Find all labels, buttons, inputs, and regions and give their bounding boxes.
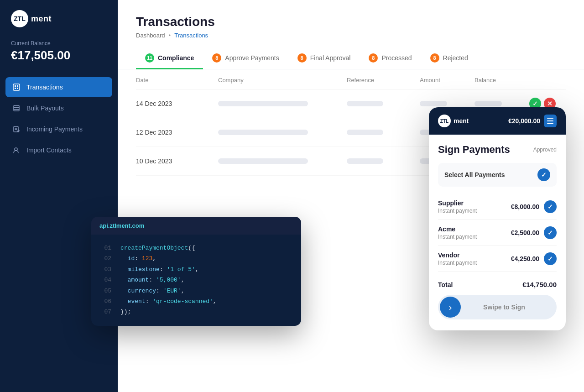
transactions-icon xyxy=(12,83,21,92)
payment-name: Acme xyxy=(438,225,477,233)
code-content: id: 123, xyxy=(120,253,156,264)
balance-label: Current Balance xyxy=(11,40,107,47)
table-header: Date Company Reference Amount Balance xyxy=(136,69,566,89)
row1-date: 14 Dec 2023 xyxy=(136,100,218,107)
sidebar-item-transactions[interactable]: Transactions xyxy=(5,77,112,97)
select-all-label: Select All Payments xyxy=(444,171,505,178)
line-num: 07 xyxy=(102,307,111,317)
sidebar-item-incoming-payments-label: Incoming Payments xyxy=(26,125,83,133)
sidebar-item-bulk-payouts-label: Bulk Payouts xyxy=(26,105,64,112)
payment-item-acme: Acme Instant payment €2,500.00 ✓ xyxy=(438,220,557,246)
payment-info: Supplier Instant payment xyxy=(438,199,477,214)
modal-logo-text: ment xyxy=(454,117,469,125)
line-num: 01 xyxy=(102,243,111,253)
payment-type: Instant payment xyxy=(438,260,477,266)
tab-final-label: Final Approval xyxy=(310,54,351,62)
payment-item-vendor: Vendor Instant payment €4,250.00 ✓ xyxy=(438,246,557,272)
total-amount: €14,750.00 xyxy=(522,281,557,288)
svg-rect-7 xyxy=(14,109,19,110)
select-all-checkbox[interactable]: ✓ xyxy=(537,168,550,181)
row1-reference xyxy=(347,101,420,106)
sidebar-item-incoming-payments[interactable]: Incoming Payments xyxy=(5,119,112,139)
payment-amount: €8,000.00 xyxy=(511,203,539,210)
select-all-row[interactable]: Select All Payments ✓ xyxy=(438,163,557,187)
svg-rect-0 xyxy=(13,84,20,90)
modal-balance: €20,000.00 xyxy=(508,115,557,127)
logo-icon: ZTL xyxy=(11,10,28,27)
payment-info: Vendor Instant payment xyxy=(438,251,477,266)
row1-balance xyxy=(474,101,529,106)
code-line: 03 milestone: '1 of 5', xyxy=(102,264,290,275)
swipe-container[interactable]: › Swipe to Sign xyxy=(438,295,557,319)
svg-rect-2 xyxy=(15,88,16,89)
hamburger-icon xyxy=(546,117,554,125)
payment-right: €8,000.00 ✓ xyxy=(511,200,557,213)
tab-approve-badge: 8 xyxy=(212,53,221,63)
total-row: Total €14,750.00 xyxy=(438,274,557,295)
modal-logo-icon: ZTL xyxy=(438,115,451,127)
mobile-modal: ZTL ment €20,000.00 Sign Payments Approv… xyxy=(429,107,566,330)
payment-right: €2,500.00 ✓ xyxy=(511,226,557,239)
sidebar-item-import-contacts[interactable]: Import Contacts xyxy=(5,140,112,160)
modal-menu-button[interactable] xyxy=(544,115,557,127)
line-num: 06 xyxy=(102,296,111,307)
breadcrumb-separator: • xyxy=(169,32,171,39)
sidebar-logo: ZTL ment xyxy=(0,0,118,40)
code-content: }); xyxy=(120,307,131,317)
code-line: 05 currency: 'EUR', xyxy=(102,286,290,296)
sidebar-item-import-contacts-label: Import Contacts xyxy=(26,146,72,154)
row2-date: 12 Dec 2023 xyxy=(136,129,218,136)
tab-processed-label: Processed xyxy=(381,54,412,62)
modal-title: Sign Payments xyxy=(438,144,510,156)
approved-badge: Approved xyxy=(533,146,557,153)
tab-processed[interactable]: 8 Processed xyxy=(360,48,421,69)
breadcrumb-home[interactable]: Dashboard xyxy=(136,32,165,39)
sidebar-item-bulk-payouts[interactable]: Bulk Payouts xyxy=(5,98,112,118)
modal-balance-amount: €20,000.00 xyxy=(508,117,540,125)
payment-info: Acme Instant payment xyxy=(438,225,477,240)
tab-final-approval[interactable]: 8 Final Approval xyxy=(288,48,360,69)
col-balance: Balance xyxy=(474,77,529,84)
tab-compliance[interactable]: 11 Compliance xyxy=(136,48,203,69)
payment-type: Instant payment xyxy=(438,234,477,240)
code-body: 01 createPaymentObject({ 02 id: 123, 03 … xyxy=(91,235,301,326)
svg-point-12 xyxy=(15,148,17,151)
incoming-payments-icon xyxy=(12,125,21,134)
code-content: createPaymentObject({ xyxy=(120,243,195,253)
code-content: event: 'qr-code-scanned', xyxy=(120,296,217,307)
tab-compliance-badge: 11 xyxy=(145,53,154,63)
bulk-payouts-icon xyxy=(12,104,21,113)
payment-checkbox[interactable]: ✓ xyxy=(544,252,557,265)
code-panel-url: api.ztlment.com xyxy=(91,217,301,235)
import-contacts-icon xyxy=(12,146,21,155)
col-date: Date xyxy=(136,77,218,84)
modal-body: Sign Payments Approved Select All Paymen… xyxy=(429,135,566,330)
col-actions xyxy=(529,77,566,84)
line-num: 05 xyxy=(102,286,111,296)
sidebar-nav: Transactions Bulk Payouts xyxy=(0,73,118,164)
svg-rect-4 xyxy=(17,88,18,89)
code-line: 01 createPaymentObject({ xyxy=(102,243,290,253)
tab-approve-payments[interactable]: 8 Approve Payments xyxy=(203,48,288,69)
line-num: 03 xyxy=(102,264,111,275)
logo-text: ment xyxy=(31,14,52,24)
payment-amount: €4,250.00 xyxy=(511,255,539,262)
total-label: Total xyxy=(438,281,453,288)
tab-rejected-label: Rejected xyxy=(443,54,468,62)
code-content: amount: '5,000', xyxy=(120,275,184,285)
col-amount: Amount xyxy=(420,77,474,84)
payment-checkbox[interactable]: ✓ xyxy=(544,200,557,213)
swipe-handle[interactable]: › xyxy=(440,297,461,318)
tab-rejected-badge: 8 xyxy=(430,53,439,63)
tab-final-badge: 8 xyxy=(297,53,307,63)
payment-amount: €2,500.00 xyxy=(511,229,539,236)
code-content: currency: 'EUR', xyxy=(120,286,184,296)
payment-checkbox[interactable]: ✓ xyxy=(544,226,557,239)
col-company: Company xyxy=(218,77,347,84)
row3-date: 10 Dec 2023 xyxy=(136,157,218,165)
code-line: 06 event: 'qr-code-scanned', xyxy=(102,296,290,307)
col-reference: Reference xyxy=(347,77,420,84)
row2-company xyxy=(218,130,347,135)
svg-rect-6 xyxy=(14,107,19,108)
tab-rejected[interactable]: 8 Rejected xyxy=(421,48,477,69)
